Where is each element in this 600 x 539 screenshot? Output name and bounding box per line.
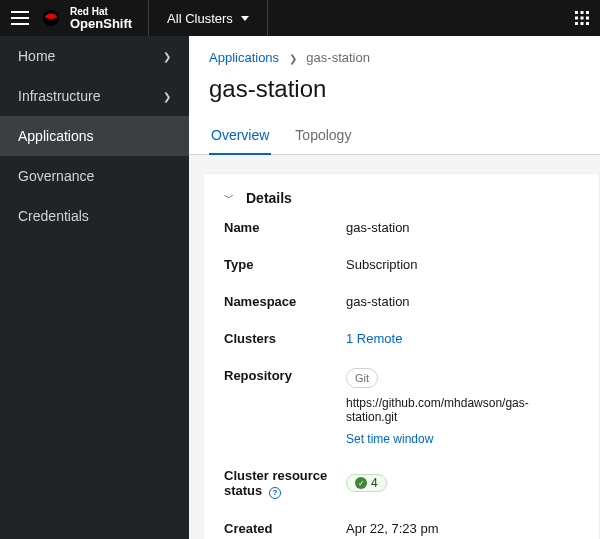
caret-down-icon	[241, 16, 249, 21]
sidebar-item-label: Governance	[18, 168, 94, 184]
cluster-selector[interactable]: All Clusters	[149, 0, 268, 36]
hamburger-menu[interactable]	[0, 0, 40, 36]
app-launcher[interactable]	[564, 11, 600, 25]
svg-rect-4	[575, 17, 578, 20]
svg-rect-1	[575, 11, 578, 14]
breadcrumb-root[interactable]: Applications	[209, 50, 279, 65]
status-count: 4	[371, 476, 378, 490]
status-pill[interactable]: ✓ 4	[346, 474, 387, 492]
brand-line1: Red Hat	[70, 7, 132, 17]
sidebar-item-credentials[interactable]: Credentials	[0, 196, 189, 236]
brand[interactable]: Red Hat OpenShift	[40, 0, 149, 36]
label-type: Type	[224, 257, 334, 272]
brand-line2: OpenShift	[70, 17, 132, 30]
check-icon: ✓	[355, 477, 367, 489]
page-title: gas-station	[189, 73, 600, 117]
details-title: Details	[246, 190, 292, 206]
details-toggle[interactable]: ﹀ Details	[224, 190, 579, 206]
label-repository: Repository	[224, 368, 334, 446]
svg-rect-3	[586, 11, 589, 14]
value-created: Apr 22, 7:23 pm	[346, 521, 579, 536]
sidebar-item-governance[interactable]: Governance	[0, 156, 189, 196]
sidebar-item-label: Infrastructure	[18, 88, 100, 104]
value-namespace: gas-station	[346, 294, 579, 309]
details-card: ﹀ Details Name gas-station Type Subscrip…	[203, 173, 600, 539]
sidebar-item-label: Home	[18, 48, 55, 64]
sidebar-item-label: Credentials	[18, 208, 89, 224]
sidebar: Home ❯ Infrastructure ❯ Applications Gov…	[0, 36, 189, 539]
chevron-down-icon: ﹀	[224, 191, 234, 205]
value-type: Subscription	[346, 257, 579, 272]
svg-rect-7	[575, 22, 578, 25]
label-cluster-resource-status: Cluster resource status ?	[224, 468, 334, 499]
tab-overview[interactable]: Overview	[209, 117, 271, 155]
label-clusters: Clusters	[224, 331, 334, 346]
sidebar-item-applications[interactable]: Applications	[0, 116, 189, 156]
label-name: Name	[224, 220, 334, 235]
sidebar-item-label: Applications	[18, 128, 94, 144]
tabs: Overview Topology	[189, 117, 600, 155]
help-icon[interactable]: ?	[269, 487, 281, 499]
value-name: gas-station	[346, 220, 579, 235]
chevron-right-icon: ❯	[289, 53, 297, 64]
brand-text: Red Hat OpenShift	[70, 7, 132, 30]
svg-rect-8	[581, 22, 584, 25]
main-content: Applications ❯ gas-station gas-station O…	[189, 36, 600, 539]
breadcrumb-current: gas-station	[306, 50, 370, 65]
svg-rect-5	[581, 17, 584, 20]
label-namespace: Namespace	[224, 294, 334, 309]
sidebar-item-home[interactable]: Home ❯	[0, 36, 189, 76]
svg-rect-2	[581, 11, 584, 14]
breadcrumb: Applications ❯ gas-station	[189, 36, 600, 73]
value-cluster-resource-status: ✓ 4	[346, 468, 579, 499]
git-chip: Git	[346, 368, 378, 388]
redhat-logo-icon	[40, 9, 62, 27]
svg-rect-9	[586, 22, 589, 25]
chevron-right-icon: ❯	[163, 51, 171, 62]
chevron-right-icon: ❯	[163, 91, 171, 102]
tab-topology[interactable]: Topology	[293, 117, 353, 155]
set-time-window-link[interactable]: Set time window	[346, 432, 433, 446]
repo-url: https://github.com/mhdawson/gas-station.…	[346, 396, 579, 424]
value-clusters[interactable]: 1 Remote	[346, 331, 579, 346]
hamburger-icon	[11, 11, 29, 25]
svg-rect-6	[586, 17, 589, 20]
grid-icon	[575, 11, 589, 25]
label-created: Created	[224, 521, 334, 536]
sidebar-item-infrastructure[interactable]: Infrastructure ❯	[0, 76, 189, 116]
value-repository: Git https://github.com/mhdawson/gas-stat…	[346, 368, 579, 446]
cluster-selector-label: All Clusters	[167, 11, 233, 26]
